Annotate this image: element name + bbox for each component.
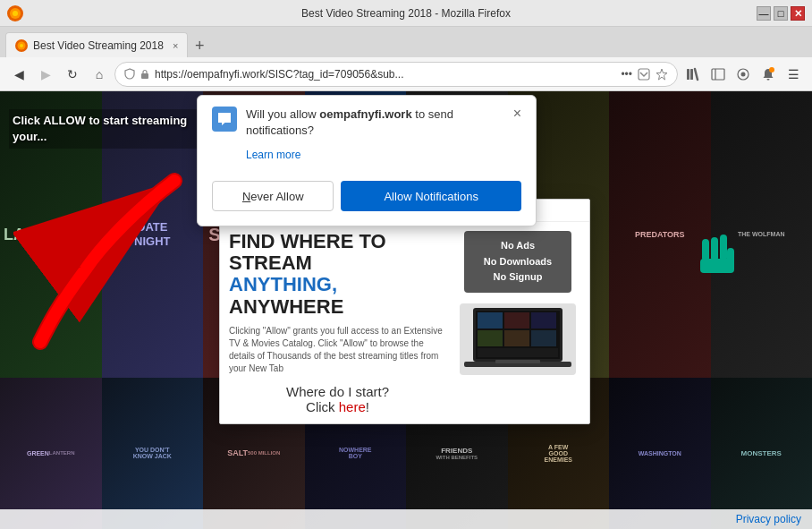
svg-point-14 bbox=[741, 72, 746, 76]
wm-title-blue: ANYTHING, bbox=[229, 273, 337, 295]
popup-header: Will you allow oempafnyfi.work to send n… bbox=[212, 107, 521, 139]
lock-icon bbox=[140, 69, 149, 80]
browser-title: Best Video Streaming 2018 - Mozilla Fire… bbox=[301, 7, 511, 20]
tab-title: Best Video Streaming 2018 bbox=[33, 39, 164, 52]
shield-icon bbox=[124, 68, 135, 80]
home-button[interactable]: ⌂ bbox=[88, 63, 111, 86]
tab-bar: Best Video Streaming 2018 × + bbox=[0, 27, 812, 57]
svg-rect-25 bbox=[478, 312, 503, 328]
reload-button[interactable]: ↻ bbox=[61, 63, 84, 86]
svg-rect-27 bbox=[531, 312, 556, 328]
bookmark-icon[interactable] bbox=[656, 68, 668, 81]
red-arrow bbox=[13, 163, 192, 360]
nav-extra-buttons: ☰ bbox=[681, 63, 805, 86]
wm-cta: Where do I start? Click here! bbox=[229, 384, 446, 414]
svg-rect-30 bbox=[531, 330, 556, 346]
svg-rect-6 bbox=[141, 73, 148, 79]
sidebar-button[interactable] bbox=[706, 63, 730, 86]
close-button[interactable]: ✕ bbox=[791, 6, 805, 21]
more-button[interactable]: ☰ bbox=[782, 63, 805, 86]
firefox-icon bbox=[7, 5, 23, 21]
svg-point-2 bbox=[13, 11, 18, 16]
popup-buttons: Never Allow Allow Notifications bbox=[212, 181, 521, 211]
new-tab-button[interactable]: + bbox=[188, 34, 211, 57]
notification-popup: Will you allow oempafnyfi.work to send n… bbox=[197, 95, 537, 226]
forward-button[interactable]: ▶ bbox=[34, 63, 57, 86]
pocket-icon[interactable] bbox=[638, 68, 650, 81]
wm-title: FIND WHERE TO STREAM ANYTHING, ANYWHERE bbox=[229, 231, 446, 318]
minimize-button[interactable]: — bbox=[757, 6, 771, 21]
never-allow-button[interactable]: Never Allow bbox=[212, 181, 334, 211]
url-menu-button[interactable]: ••• bbox=[621, 68, 632, 81]
back-button[interactable]: ◀ bbox=[7, 63, 30, 86]
finger-pointer-icon bbox=[691, 230, 736, 291]
laptop-image bbox=[460, 303, 576, 375]
svg-rect-29 bbox=[504, 330, 529, 346]
active-tab[interactable]: Best Video Streaming 2018 × bbox=[5, 32, 188, 57]
title-bar: Best Video Streaming 2018 - Mozilla Fire… bbox=[0, 0, 812, 27]
wm-description: Clicking "Allow" grants you full access … bbox=[229, 325, 446, 375]
svg-rect-31 bbox=[478, 348, 558, 357]
tab-close-button[interactable]: × bbox=[173, 40, 178, 51]
allow-notifications-button[interactable]: Allow Notifications bbox=[341, 181, 521, 211]
popup-site: oempafnyfi.work bbox=[319, 107, 411, 121]
svg-rect-15 bbox=[767, 79, 770, 81]
maximize-button[interactable]: □ bbox=[774, 6, 788, 21]
svg-rect-19 bbox=[711, 237, 718, 261]
library-button[interactable] bbox=[681, 63, 705, 86]
svg-point-5 bbox=[20, 44, 23, 47]
popup-close-button[interactable]: × bbox=[513, 107, 521, 121]
svg-point-16 bbox=[769, 67, 774, 73]
svg-rect-11 bbox=[712, 69, 724, 80]
svg-rect-26 bbox=[504, 312, 529, 328]
svg-rect-18 bbox=[720, 235, 727, 261]
wm-here-link[interactable]: here bbox=[339, 399, 366, 414]
svg-rect-10 bbox=[690, 69, 693, 80]
svg-rect-28 bbox=[478, 330, 503, 346]
learn-more-link[interactable]: Learn more bbox=[246, 149, 300, 161]
url-text: https://oempafnyfi.work/SISC?tag_id=7090… bbox=[155, 68, 615, 81]
wm-left-section: FIND WHERE TO STREAM ANYTHING, ANYWHERE … bbox=[229, 231, 446, 414]
content-area: LASERS MATT DAMON DATENIGHT SALT ANGELIN… bbox=[0, 91, 812, 529]
svg-rect-20 bbox=[702, 239, 709, 261]
wm-right-section: No Ads No Downloads No Signup bbox=[455, 231, 580, 414]
privacy-bar: Privacy policy bbox=[0, 509, 812, 529]
tab-favicon bbox=[15, 39, 28, 52]
svg-rect-33 bbox=[495, 360, 540, 363]
browser-window: Best Video Streaming 2018 - Mozilla Fire… bbox=[0, 0, 812, 529]
svg-rect-22 bbox=[700, 259, 734, 273]
svg-rect-7 bbox=[639, 69, 649, 80]
popup-icon bbox=[212, 107, 237, 132]
svg-rect-9 bbox=[687, 69, 689, 80]
svg-marker-8 bbox=[656, 69, 667, 80]
website-message-popup: Website Message FIND WHERE TO STREAM ANY… bbox=[219, 199, 590, 424]
click-allow-text: Click ALLOW to start streaming your... bbox=[9, 109, 206, 149]
no-ads-box: No Ads No Downloads No Signup bbox=[464, 231, 571, 293]
sync-button[interactable] bbox=[732, 63, 755, 86]
alert-button[interactable] bbox=[757, 63, 780, 86]
nav-bar: ◀ ▶ ↻ ⌂ https://oempafnyfi.work/SISC?tag… bbox=[0, 57, 812, 91]
popup-question: Will you allow oempafnyfi.work to send n… bbox=[246, 107, 504, 139]
privacy-policy-link[interactable]: Privacy policy bbox=[736, 513, 801, 525]
wm-body: FIND WHERE TO STREAM ANYTHING, ANYWHERE … bbox=[220, 222, 589, 423]
url-bar[interactable]: https://oempafnyfi.work/SISC?tag_id=7090… bbox=[114, 62, 678, 87]
